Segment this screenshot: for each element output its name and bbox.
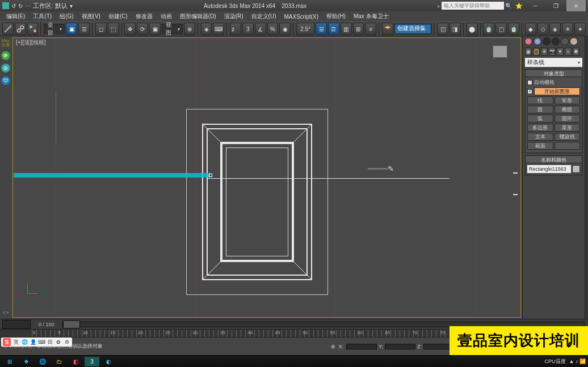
view-cube[interactable] [493,45,507,58]
tb-ex5[interactable]: ✦ [574,23,586,35]
ref-coord-dropdown[interactable]: 视图 [162,24,183,34]
autogrid-check[interactable]: 自动栅格 [527,79,580,86]
tb-named-sel-set[interactable]: ☲ [328,23,339,35]
rail-chevrons[interactable]: <> [3,310,9,315]
tb-scale[interactable]: ▣ [149,23,161,35]
tb-percent-snap[interactable]: % [267,23,279,35]
viewport[interactable]: [+][顶][线框] ~~~~~✎ [11,36,522,319]
tb-unlink[interactable] [15,23,26,35]
tab-utilities[interactable] [570,37,578,45]
type-rect[interactable]: 矩形 [555,96,581,104]
window-restore-button[interactable]: ❐ [546,0,565,11]
rail-button-1[interactable]: ⟳ [1,51,10,60]
task-3dsmax[interactable]: 3 [85,357,99,366]
ime-i1[interactable]: 🌐 [21,339,28,345]
tb-snap2[interactable]: 2 [230,23,241,35]
ime-i4[interactable]: 田 [47,339,53,345]
rail-button-3[interactable]: 🛡 [1,76,10,85]
tb-select-link[interactable] [2,23,14,35]
type-line[interactable]: 线 [527,96,553,104]
task-app2[interactable]: ◐ [101,357,116,366]
cat-lights[interactable]: ☀ [541,48,548,56]
tb-render-frame[interactable]: ▢ [495,23,507,35]
menu-views[interactable]: 视图(V) [80,11,102,22]
tb-select-window[interactable]: ⬚ [108,23,119,35]
selected-spline[interactable] [14,173,210,178]
window-close-button[interactable]: ✕ [566,0,586,11]
named-selection-input[interactable]: 创建选择集 [394,24,431,34]
tb-render-setup[interactable]: 🍵 [483,23,494,35]
type-arc[interactable]: 弧 [527,115,553,123]
tab-display[interactable] [561,37,569,45]
tb-layer-manager[interactable] [382,23,393,35]
angle-snap-value[interactable]: 2.5° [296,23,314,35]
object-name-input[interactable]: Rectangle11563 [527,165,571,173]
tray-icons[interactable]: ▲ ♪ 📶 [569,358,586,364]
undo-icon[interactable]: ↻ [18,3,23,9]
tab-modify[interactable] [534,37,541,45]
window-minimize-button[interactable]: ─ [526,0,545,11]
menu-graph[interactable]: 图形编辑器(D) [178,11,218,22]
sogou-icon[interactable]: S [3,338,11,346]
subcategory-dropdown[interactable]: 样条线 [525,58,582,67]
tb-render-prod[interactable]: 🍵 [508,23,519,35]
tb-pivot[interactable]: ⊕ [184,23,195,35]
cat-cameras[interactable]: 📷 [549,48,556,56]
cat-space[interactable]: ≈ [565,48,572,56]
tb-move[interactable]: ✥ [124,23,136,35]
workspace-label[interactable]: 工作区: 默认 [33,2,68,10]
type-helix[interactable]: 螺旋线 [555,133,581,141]
type-text[interactable]: 文本 [527,133,553,141]
help-search-input[interactable]: 输入关键字获得帮助 [442,2,504,10]
panel-scrollbar[interactable] [585,36,588,319]
tb-rotate[interactable]: ⟳ [137,23,148,35]
cat-systems[interactable]: ✱ [573,48,579,56]
menu-group[interactable]: 组(G) [58,11,75,22]
tb-mirror[interactable]: ▥ [341,23,352,35]
cat-helpers[interactable]: ✦ [557,48,564,56]
start-button[interactable]: ⊞ [2,357,17,366]
tb-select-object[interactable]: ▣ [66,23,77,35]
coord-y[interactable] [385,344,415,349]
ime-i3[interactable]: ⌨ [38,339,45,345]
tb-angle-snap[interactable]: ∡ [255,23,266,35]
object-color-swatch[interactable] [572,165,580,173]
track-preview[interactable] [2,320,31,329]
task-s[interactable]: ❖ [19,357,33,366]
tb-select-name[interactable]: ☰ [78,23,90,35]
ime-lang[interactable]: 英 [12,339,19,345]
tb-curve-editor[interactable]: ◫ [437,23,448,35]
tb-ex4[interactable]: ☀ [562,23,573,35]
menu-tools[interactable]: 工具(T) [31,11,53,22]
menu-help[interactable]: 帮助(H) [325,11,347,22]
menu-modifiers[interactable]: 修改器 [134,11,154,22]
search-icon[interactable]: 🔍 [505,3,514,9]
tb-array[interactable]: ⊞ [353,23,364,35]
tab-motion[interactable] [552,37,560,45]
type-star[interactable]: 星形 [555,124,581,132]
menu-customize[interactable]: 自定义(U) [250,11,278,22]
menu-animation[interactable]: 动画 [159,11,174,22]
menu-create[interactable]: 创建(C) [107,11,129,22]
rollout-header-2[interactable]: 名称和颜色 [525,155,582,163]
task-app1[interactable]: ◧ [68,357,83,366]
coord-x[interactable] [346,344,377,349]
task-folder[interactable]: 🗀 [52,357,66,366]
cat-shapes[interactable]: ◯ [533,48,540,56]
tab-hierarchy[interactable] [543,37,551,45]
menu-render[interactable]: 渲染(R) [222,11,245,22]
time-slider-handle[interactable] [63,320,80,328]
rail-button-2[interactable]: ⊙ [1,64,10,73]
menu-maxscript[interactable]: MAXScript(X) [282,12,320,21]
type-section[interactable]: 截面 [527,142,553,150]
cat-geom[interactable]: ◉ [525,48,532,56]
type-donut[interactable]: 圆环 [555,115,581,123]
selection-filter-dropdown[interactable]: 全部 [44,24,65,34]
type-circle[interactable]: 圆 [527,106,553,113]
ime-i6[interactable]: ⚙ [64,339,70,345]
tb-select-manip[interactable]: ◈ [201,23,212,35]
redo-icon[interactable]: ↺ [11,3,16,9]
type-ngon[interactable]: 多边形 [527,124,553,132]
tb-bind[interactable] [27,23,39,35]
tab-create[interactable] [524,37,532,45]
